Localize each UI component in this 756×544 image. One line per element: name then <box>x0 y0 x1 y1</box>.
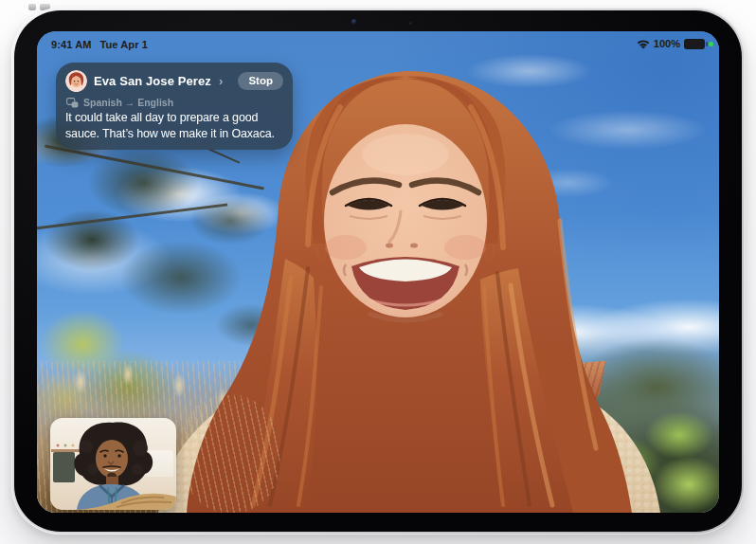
language-direction: Spanish → English <box>83 97 173 108</box>
status-indicators: 100% <box>637 38 713 49</box>
chevron-right-icon[interactable]: › <box>219 74 223 88</box>
ambient-sensor-icon <box>409 22 412 25</box>
translated-message: It could take all day to prepare a good … <box>65 110 283 141</box>
language-direction-row: Spanish → English <box>66 97 283 108</box>
contact-name[interactable]: Eva San Jose Perez <box>94 74 211 88</box>
memoji-icon <box>65 70 87 92</box>
self-view-pip[interactable] <box>50 418 176 510</box>
volume-up-button <box>28 4 36 10</box>
stop-translation-button[interactable]: Stop <box>238 72 283 91</box>
clock-and-date: 9:41 AM Tue Apr 1 <box>51 39 148 50</box>
ipad-device: 9:41 AM Tue Apr 1 100% <box>11 8 745 535</box>
ipad-bezel: 9:41 AM Tue Apr 1 100% <box>14 10 742 532</box>
translate-icon <box>66 98 79 108</box>
battery-percent: 100% <box>654 38 680 49</box>
facetime-video-screen: 9:41 AM Tue Apr 1 100% <box>37 31 719 513</box>
battery-icon <box>684 39 705 49</box>
banner-header[interactable]: Eva San Jose Perez › Stop <box>65 70 283 92</box>
marketing-canvas: 9:41 AM Tue Apr 1 100% <box>0 0 756 544</box>
front-camera-icon <box>351 19 357 25</box>
status-time: 9:41 AM <box>51 39 91 50</box>
translated-line-2: sauce. That’s how we make it in Oaxaca. <box>65 126 283 142</box>
pip-caller-man <box>50 418 176 510</box>
translated-line-1: It could take all day to prepare a good <box>65 110 283 126</box>
contact-avatar <box>65 70 87 92</box>
wifi-icon <box>637 39 650 49</box>
camera-active-indicator <box>709 42 713 46</box>
status-date: Tue Apr 1 <box>99 39 147 50</box>
live-translation-banner[interactable]: Eva San Jose Perez › Stop Spanish → Engl… <box>56 63 293 150</box>
status-bar: 9:41 AM Tue Apr 1 100% <box>37 31 719 56</box>
